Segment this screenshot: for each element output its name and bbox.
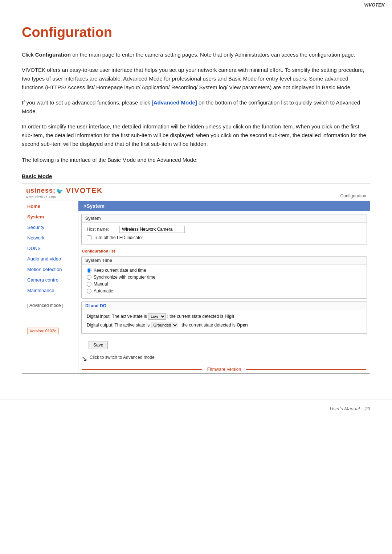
firmware-version-label: Firmware Version: [205, 367, 243, 372]
paragraph-1: Click Configuration on the main page to …: [22, 50, 370, 59]
radio-sync-computer-label: Synchronize with computer time: [94, 275, 155, 280]
radio-automatic: Automatic: [87, 288, 362, 294]
led-label: Turn off the LED indicator: [94, 235, 143, 240]
di-label: Digital input: The active state is: [87, 314, 147, 319]
di-do-title: DI and DO: [82, 302, 367, 310]
page-title: Configuration: [22, 25, 370, 40]
di-do-section: DI and DO Digital input: The active stat…: [81, 301, 367, 334]
led-checkbox-row: Turn off the LED indicator: [87, 235, 362, 240]
basic-mode-label: Basic Mode: [22, 173, 370, 179]
system-section: System Host name: Turn off the LED indic…: [81, 214, 367, 245]
di-do-body: Digital input: The active state is Low H…: [82, 310, 367, 333]
system-time-title: System Time: [82, 257, 367, 265]
system-section-title: System: [82, 214, 367, 223]
do-row: Digital output: The active state is Grou…: [87, 322, 362, 328]
do-label: Digital output: The active state is: [87, 323, 150, 328]
paragraph-3: If you want to set up advanced functions…: [22, 98, 370, 116]
main-content: Configuration Click Configuration on the…: [0, 10, 392, 388]
ui-header: usiness; 🐦 VIVOTEK www.vivotek.com Conf…: [22, 184, 370, 201]
top-bar: VIVOTEK: [0, 0, 392, 10]
paragraph-4: In order to simplify the user interface,…: [22, 122, 370, 148]
sidebar-item-maintenance[interactable]: Maintenance: [22, 285, 78, 296]
di-suffix: ; the current state detected is High: [167, 314, 234, 319]
system-time-section: System Time Keep current date and time S…: [81, 256, 367, 299]
arrow-icon: ↘: [81, 354, 87, 363]
host-name-row: Host name:: [87, 226, 362, 233]
sidebar-item-ddns[interactable]: DDNS: [22, 243, 78, 254]
config-corner-label: Configuration: [340, 193, 366, 198]
save-row: Save: [78, 337, 370, 353]
radio-automatic-label: Automatic: [94, 288, 113, 294]
radio-manual: Manual: [87, 282, 362, 287]
radio-manual-label: Manual: [94, 282, 108, 287]
sidebar-item-camera-control[interactable]: Camera control: [22, 275, 78, 285]
sidebar-item-audio-video[interactable]: Audio and video: [22, 254, 78, 264]
radio-keep-current-label: Keep current date and time: [94, 268, 146, 273]
logo-text: 🐦 VIVOTEK: [56, 186, 103, 195]
radio-automatic-input[interactable]: [87, 289, 91, 294]
system-section-body: Host name: Turn off the LED indicator: [82, 223, 367, 245]
arrow-note-row: ↘ Click to switch to Advanced mode: [81, 353, 367, 363]
sidebar-item-security[interactable]: Security: [22, 222, 78, 233]
sidebar-item-home[interactable]: Home: [22, 201, 78, 212]
ui-body: Home System Security Network DDNS Audio …: [22, 201, 370, 373]
radio-sync-computer-input[interactable]: [87, 275, 91, 280]
firmware-line-right: [246, 369, 366, 370]
di-row: Digital input: The active state is Low H…: [87, 313, 362, 320]
advanced-mode-link[interactable]: [Advanced Mode]: [152, 99, 197, 106]
paragraph-2: VIVOTEK offers an easy-to-use user inter…: [22, 66, 370, 92]
page-footer: User's Manual – 23: [0, 399, 392, 418]
arrow-note-text: Click to switch to Advanced mode: [90, 353, 155, 360]
radio-keep-current-input[interactable]: [87, 268, 91, 273]
sidebar-item-system[interactable]: System: [22, 212, 78, 222]
version-badge: Version: 0102c: [27, 328, 59, 334]
host-name-input[interactable]: [119, 226, 185, 233]
config-list-label: Configuration list: [78, 248, 370, 253]
do-suffix: ; the current state detected is Open: [179, 323, 248, 328]
do-select[interactable]: Grounded Open: [151, 322, 178, 328]
firmware-version-row: Firmware Version: [78, 365, 370, 373]
radio-manual-input[interactable]: [87, 282, 91, 287]
radio-sync-computer: Synchronize with computer time: [87, 275, 362, 280]
panel-title: >System: [78, 201, 370, 211]
led-checkbox[interactable]: [87, 235, 91, 240]
logo-url: www.vivotek.com: [26, 195, 56, 198]
save-button[interactable]: Save: [89, 341, 108, 349]
logo-main: usiness; 🐦 VIVOTEK: [26, 186, 103, 195]
ui-main-panel: >System System Host name: Turn off the L…: [78, 201, 370, 373]
sidebar-item-motion-detection[interactable]: Motion detection: [22, 264, 78, 275]
brand-name: VIVOTEK: [364, 2, 385, 8]
firmware-line-left: [82, 369, 202, 370]
radio-keep-current: Keep current date and time: [87, 268, 362, 273]
host-name-label: Host name:: [87, 227, 119, 232]
vivotek-logo: usiness; 🐦 VIVOTEK www.vivotek.com: [26, 186, 103, 198]
intro-line: The following is the interface of the Ba…: [22, 156, 370, 164]
ui-sidebar: Home System Security Network DDNS Audio …: [22, 201, 78, 373]
sidebar-item-network[interactable]: Network: [22, 233, 78, 243]
bird-icon: usiness;: [26, 186, 56, 195]
di-select[interactable]: Low High: [148, 313, 166, 320]
ui-demo-box: usiness; 🐦 VIVOTEK www.vivotek.com Conf…: [22, 184, 370, 374]
system-time-body: Keep current date and time Synchronize w…: [82, 265, 367, 298]
footer-text: User's Manual – 23: [330, 406, 370, 411]
advanced-mode-button[interactable]: [ Advanced mode ]: [22, 299, 78, 312]
